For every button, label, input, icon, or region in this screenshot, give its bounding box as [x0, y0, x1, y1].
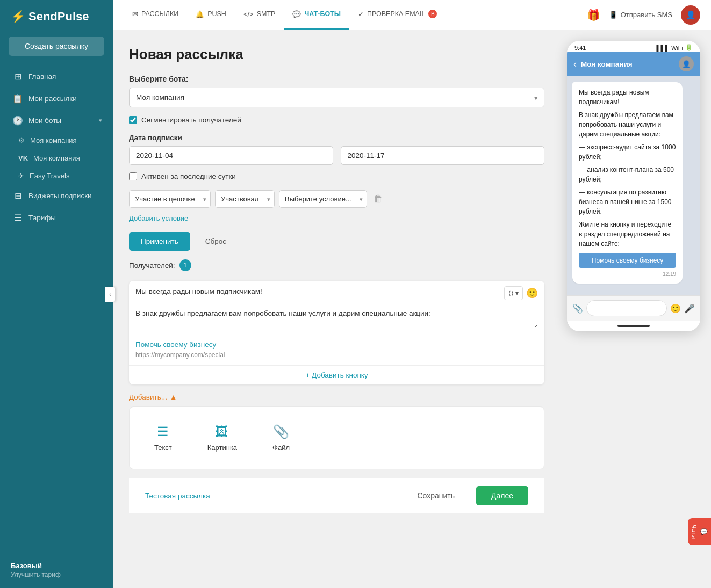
nav-label: SMTP: [257, 10, 276, 18]
sidebar-collapse-button[interactable]: ‹: [105, 287, 115, 302]
mail-icon: ✉: [132, 10, 138, 18]
phone-preview: 9:41 ▌▌▌ WiFi 🔋 ‹ Моя компания 👤 Мы всег…: [561, 30, 711, 588]
send-sms-button[interactable]: 📱 Отправить SMS: [609, 11, 672, 19]
bot-select[interactable]: Моя компания: [129, 88, 544, 107]
user-avatar[interactable]: 👤: [681, 5, 700, 25]
add-option-label: Файл: [272, 444, 290, 452]
nav-item-chatbots[interactable]: 💬 ЧАТ-БОТЫ: [284, 0, 349, 30]
filter-select-2[interactable]: Участвовал: [215, 190, 275, 208]
nav-item-smtp[interactable]: </> SMTP: [235, 0, 284, 30]
date-to-input[interactable]: [341, 146, 545, 165]
create-mailing-button[interactable]: Создать рассылку: [9, 37, 104, 56]
text-icon: ☰: [157, 424, 169, 439]
add-section: Добавить... ▲ ☰ Текст 🖼 Картинка 📎 Файл: [129, 393, 544, 469]
sidebar-item-easytravels[interactable]: ✈ Easy Travels: [0, 167, 113, 185]
sidebar: ⚡ SendPulse Создать рассылку ⊞ Главная 📋…: [0, 0, 113, 588]
add-button-row[interactable]: + Добавить кнопку: [129, 365, 544, 384]
bottom-bar: Тестовая рассылка Сохранить Далее: [129, 478, 544, 513]
segment-checkbox-row[interactable]: Сегментировать получателей: [129, 116, 544, 124]
wifi-icon: WiFi: [671, 45, 683, 51]
message-para2: В знак дружбы предлагаем вам попробовать…: [579, 110, 676, 139]
phone-home-indicator: [617, 325, 650, 327]
message-list1: — экспресс-аудит сайта за 1000 рублей;: [579, 142, 676, 162]
variables-button[interactable]: ⟨⟩ ▾: [504, 286, 523, 300]
add-option-label: Картинка: [207, 444, 237, 452]
nav-item-push[interactable]: 🔔 PUSH: [187, 0, 235, 30]
sidebar-item-company1[interactable]: ⚙ Моя компания: [0, 132, 113, 149]
chevron-up-icon: ▲: [170, 393, 177, 401]
test-mailing-link[interactable]: Тестовая рассылка: [145, 492, 210, 500]
emoji-button[interactable]: 🙂: [525, 286, 539, 300]
delete-filter-button[interactable]: 🗑: [371, 191, 385, 207]
add-toggle[interactable]: Добавить... ▲: [129, 393, 544, 401]
sidebar-item-widgets[interactable]: ⊟ Виджеты подписки: [0, 185, 113, 207]
filter-buttons-row: Применить Сброс: [129, 232, 544, 251]
emoji-icon: 🙂: [670, 303, 681, 314]
next-button[interactable]: Далее: [476, 486, 528, 505]
phone-timestamp: 12:19: [579, 270, 676, 278]
reset-button[interactable]: Сброс: [196, 232, 236, 251]
sidebar-item-label: Тарифы: [28, 214, 56, 222]
message-para3: Жмите на кнопку и переходите в раздел сп…: [579, 220, 676, 249]
action-button-label[interactable]: Помочь своему бизнесу: [135, 340, 538, 349]
filter-select-1[interactable]: Участие в цепочке: [129, 190, 211, 208]
add-condition-link[interactable]: Добавить условие: [129, 214, 188, 222]
upgrade-link[interactable]: Улучшить тариф: [11, 571, 102, 578]
nav-label: PUSH: [207, 10, 226, 18]
apply-button[interactable]: Применить: [129, 232, 190, 251]
add-option-text[interactable]: ☰ Текст: [139, 417, 187, 459]
bot-section-label: Выберите бота:: [129, 75, 544, 83]
back-icon[interactable]: ‹: [573, 59, 577, 70]
chat-float-button[interactable]: 💬 Чаты: [688, 518, 711, 545]
save-button[interactable]: Сохранить: [406, 486, 465, 505]
gift-icon[interactable]: 🎁: [587, 9, 600, 21]
battery-icon: 🔋: [685, 44, 693, 51]
form-area: Новая рассылка Выберите бота: Моя компан…: [113, 30, 561, 588]
sidebar-item-mailings[interactable]: 📋 Мои рассылки: [0, 88, 113, 110]
sidebar-item-tariffs[interactable]: ☰ Тарифы: [0, 207, 113, 229]
active-label: Активен за последние сутки: [141, 172, 236, 180]
chat-float-label: Чаты: [691, 525, 698, 539]
logo-text: SendPulse: [28, 10, 89, 24]
phone-action-button[interactable]: Помочь своему бизнесу: [579, 253, 676, 268]
date-from-input[interactable]: [129, 146, 333, 165]
add-toggle-label: Добавить...: [129, 393, 167, 401]
widgets-icon: ⊟: [12, 191, 23, 201]
segment-label: Сегментировать получателей: [141, 116, 241, 124]
active-checkbox-row[interactable]: Активен за последние сутки: [129, 172, 544, 180]
message-para1: Мы всегда рады новым подписчикам!: [579, 88, 676, 107]
phone-chat-name: Моя компания: [581, 60, 674, 68]
sidebar-logo: ⚡ SendPulse: [0, 0, 113, 31]
filter-select-3[interactable]: Выберите условие...: [279, 190, 367, 208]
topnav-right: 🎁 📱 Отправить SMS 👤: [587, 5, 700, 25]
sidebar-item-bots[interactable]: 🕐 Мои боты ▾: [0, 110, 113, 132]
phone-status-bar: 9:41 ▌▌▌ WiFi 🔋: [567, 41, 700, 52]
mic-icon: 🎤: [684, 303, 695, 314]
add-option-label: Текст: [154, 444, 172, 452]
nav-item-emailcheck[interactable]: ✓ ПРОВЕРКА EMAIL B: [349, 0, 446, 30]
home-icon: ⊞: [12, 71, 23, 82]
beta-badge: B: [428, 10, 437, 18]
sidebar-item-label: Моя компания: [33, 154, 80, 162]
nav-item-mailings[interactable]: ✉ РАССЫЛКИ: [124, 0, 187, 30]
add-option-file[interactable]: 📎 Файл: [257, 417, 305, 459]
phone-message-bubble: Мы всегда рады новым подписчикам! В знак…: [572, 82, 683, 284]
chat-float-icon: 💬: [701, 528, 708, 535]
sidebar-item-home[interactable]: ⊞ Главная: [0, 66, 113, 88]
nav-label: ЧАТ-БОТЫ: [304, 10, 341, 18]
message-textarea[interactable]: [135, 286, 538, 329]
phone-messages: Мы всегда рады новым подписчикам! В знак…: [567, 76, 700, 295]
segment-checkbox[interactable]: [129, 116, 137, 124]
phone-chat-input[interactable]: [586, 300, 667, 316]
check-icon: ✓: [358, 10, 364, 18]
page-title: Новая рассылка: [129, 46, 544, 63]
add-option-image[interactable]: 🖼 Картинка: [192, 417, 252, 459]
add-options: ☰ Текст 🖼 Картинка 📎 Файл: [129, 406, 544, 469]
sidebar-item-company2[interactable]: VK Моя компания: [0, 149, 113, 167]
attachment-icon: 📎: [572, 303, 583, 314]
plan-label: Базовый: [11, 562, 102, 570]
filter-select-wrap-2: Участвовал ▾: [215, 190, 275, 208]
active-checkbox[interactable]: [129, 172, 137, 180]
message-tools: ⟨⟩ ▾ 🙂: [504, 286, 539, 300]
message-list2: — анализ контент-плана за 500 рублей;: [579, 165, 676, 184]
